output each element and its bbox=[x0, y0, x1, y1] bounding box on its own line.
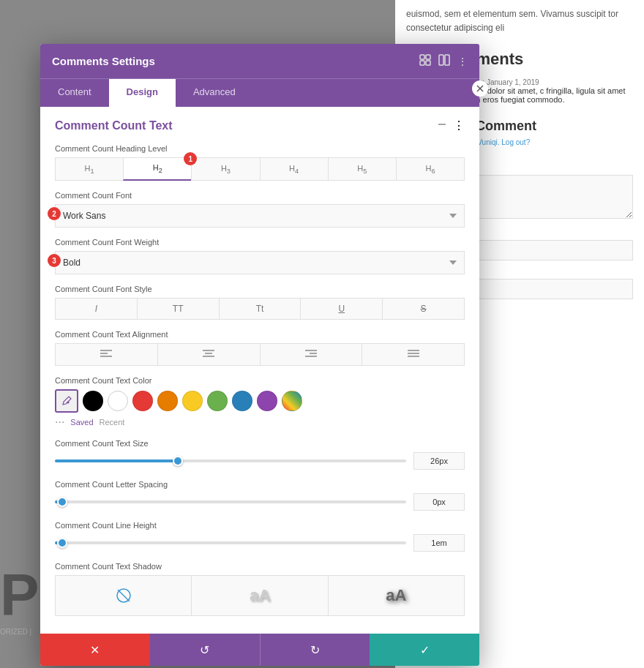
color-green[interactable] bbox=[207, 391, 228, 411]
svg-rect-4 bbox=[420, 61, 424, 65]
line-height-group: Comment Count Line Height 1em bbox=[55, 521, 465, 552]
modal-close-button[interactable] bbox=[472, 80, 488, 97]
cancel-button[interactable]: ✕ bbox=[40, 634, 150, 666]
confirm-button[interactable]: ✓ bbox=[370, 634, 479, 666]
modal-footer: ✕ ↺ ↻ ✓ bbox=[40, 634, 479, 666]
text-size-value[interactable]: 26px bbox=[413, 452, 465, 470]
authorized-text: ORIZED | bbox=[0, 628, 31, 636]
color-red[interactable] bbox=[132, 391, 153, 411]
text-size-group: Comment Count Text Size 26px bbox=[55, 439, 465, 470]
reset-button[interactable]: ↺ bbox=[150, 634, 260, 666]
section-heading: Comment Count Text ⋮ bbox=[55, 119, 465, 132]
heading-level-label: Comment Count Heading Level bbox=[55, 144, 465, 153]
blog-body-text: euismod, sem et elementum sem. Vivamus s… bbox=[406, 7, 633, 35]
align-left-btn[interactable] bbox=[55, 343, 157, 366]
line-height-value[interactable]: 1em bbox=[413, 534, 465, 552]
saved-btn[interactable]: Saved bbox=[70, 418, 93, 427]
layout-icon[interactable] bbox=[438, 54, 450, 68]
letter-spacing-value[interactable]: 0px bbox=[413, 493, 465, 511]
more-icon[interactable]: ⋮ bbox=[457, 56, 468, 67]
color-black[interactable] bbox=[83, 391, 103, 411]
font-weight-group: 3 Comment Count Font Weight Bold bbox=[55, 238, 465, 274]
eyedropper-btn[interactable] bbox=[55, 389, 78, 413]
capitalize-btn[interactable]: Tt bbox=[219, 298, 301, 320]
saved-recent-row: ··· Saved Recent bbox=[55, 416, 465, 429]
line-height-slider-row: 1em bbox=[55, 534, 465, 552]
line-height-thumb[interactable] bbox=[57, 538, 67, 548]
tab-content[interactable]: Content bbox=[40, 79, 109, 107]
text-color-label: Comment Count Text Color bbox=[55, 376, 465, 385]
text-size-track bbox=[55, 459, 406, 462]
heading-level-buttons: H1 H2 1 H3 H4 H5 H6 bbox=[55, 157, 465, 181]
recent-btn[interactable]: Recent bbox=[100, 418, 125, 427]
letter-spacing-label: Comment Count Letter Spacing bbox=[55, 480, 465, 489]
svg-rect-2 bbox=[420, 55, 424, 59]
font-group: 2 Comment Count Font Work Sans bbox=[55, 191, 465, 228]
comments-settings-modal: Comments Settings ⋮ Content Design bbox=[40, 44, 479, 666]
heading-h6-btn[interactable]: H6 bbox=[396, 157, 465, 181]
color-blue[interactable] bbox=[232, 391, 252, 411]
color-swatches-row bbox=[55, 389, 465, 413]
text-shadow-label: Comment Count Text Shadow bbox=[55, 562, 465, 571]
font-label: Comment Count Font bbox=[55, 191, 465, 200]
svg-rect-3 bbox=[426, 55, 430, 59]
shadow-light-btn[interactable]: aA bbox=[191, 575, 327, 616]
heading-h3-btn[interactable]: H3 bbox=[191, 157, 259, 181]
color-orange[interactable] bbox=[157, 391, 178, 411]
heading-h5-btn[interactable]: H5 bbox=[328, 157, 396, 181]
font-style-label: Comment Count Font Style bbox=[55, 285, 465, 293]
alignment-buttons bbox=[55, 343, 465, 366]
svg-rect-7 bbox=[445, 55, 449, 65]
font-style-buttons: I TT Tt U S bbox=[55, 298, 465, 320]
modal-tabs: Content Design Advanced bbox=[40, 78, 479, 107]
shadow-buttons: aA aA bbox=[55, 575, 465, 616]
svg-rect-6 bbox=[439, 55, 443, 65]
heading-h4-btn[interactable]: H4 bbox=[260, 157, 328, 181]
line-height-label: Comment Count Line Height bbox=[55, 521, 465, 530]
letter-spacing-track bbox=[55, 500, 406, 503]
section-more-icon[interactable]: ⋮ bbox=[453, 119, 465, 132]
align-right-btn[interactable] bbox=[260, 343, 362, 366]
modal-body: Comment Count Text ⋮ Comment Count Headi… bbox=[40, 107, 479, 634]
svg-line-23 bbox=[118, 590, 130, 601]
redo-button[interactable]: ↻ bbox=[260, 634, 370, 666]
color-white[interactable] bbox=[108, 391, 128, 411]
focus-icon[interactable] bbox=[419, 54, 431, 68]
text-size-fill bbox=[55, 459, 178, 462]
font-select[interactable]: Work Sans bbox=[55, 204, 465, 228]
letter-spacing-group: Comment Count Letter Spacing 0px bbox=[55, 480, 465, 511]
heading-h1-btn[interactable]: H1 bbox=[55, 157, 123, 181]
color-gradient[interactable] bbox=[282, 391, 302, 411]
font-weight-select[interactable]: Bold bbox=[55, 251, 465, 274]
tab-design[interactable]: Design bbox=[109, 79, 176, 107]
shadow-none-btn[interactable] bbox=[55, 575, 191, 616]
modal-header: Comments Settings ⋮ bbox=[40, 44, 479, 78]
letter-spacing-slider-row: 0px bbox=[55, 493, 465, 511]
line-height-track bbox=[55, 541, 406, 544]
more-dots[interactable]: ··· bbox=[55, 416, 64, 429]
text-alignment-group: Comment Count Text Alignment bbox=[55, 330, 465, 366]
text-size-label: Comment Count Text Size bbox=[55, 439, 465, 448]
align-center-btn[interactable] bbox=[157, 343, 260, 366]
underline-btn[interactable]: U bbox=[300, 298, 382, 320]
modal-title: Comments Settings bbox=[52, 55, 155, 67]
heading-h2-btn[interactable]: H2 1 bbox=[123, 157, 191, 181]
text-size-slider-row: 26px bbox=[55, 452, 465, 470]
color-yellow[interactable] bbox=[182, 391, 203, 411]
text-alignment-label: Comment Count Text Alignment bbox=[55, 330, 465, 339]
collapse-icon[interactable] bbox=[437, 119, 447, 132]
svg-point-21 bbox=[67, 402, 70, 404]
uppercase-btn[interactable]: TT bbox=[137, 298, 219, 320]
font-weight-label: Comment Count Font Weight bbox=[55, 238, 465, 247]
color-purple[interactable] bbox=[257, 391, 277, 411]
align-justify-btn[interactable] bbox=[362, 343, 465, 366]
svg-rect-5 bbox=[426, 61, 430, 65]
strikethrough-btn[interactable]: S bbox=[382, 298, 465, 320]
text-size-thumb[interactable] bbox=[173, 456, 183, 466]
text-shadow-group: Comment Count Text Shadow aA aA bbox=[55, 562, 465, 616]
shadow-dark-btn[interactable]: aA bbox=[328, 575, 465, 616]
letter-spacing-thumb[interactable] bbox=[57, 497, 67, 507]
section-icons: ⋮ bbox=[437, 119, 465, 132]
tab-advanced[interactable]: Advanced bbox=[176, 79, 253, 107]
italic-btn[interactable]: I bbox=[55, 298, 137, 320]
